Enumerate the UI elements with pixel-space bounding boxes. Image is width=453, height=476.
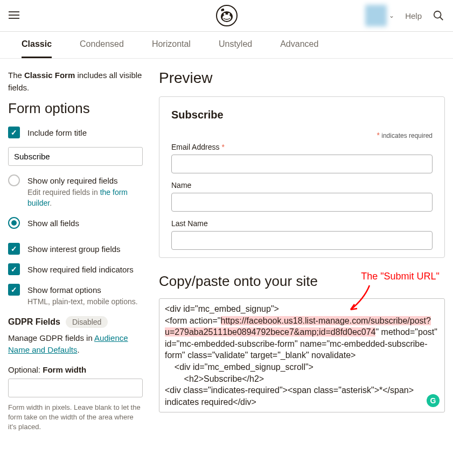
show-required-row: Show only required fields Edit required … xyxy=(8,174,143,208)
form-width-help: Form width in pixels. Leave blank to let… xyxy=(8,403,143,432)
mailchimp-logo[interactable] xyxy=(216,5,238,26)
lastname-label: Last Name xyxy=(171,219,433,228)
gdpr-badge: Disabled xyxy=(66,316,108,328)
show-interest-row: Show interest group fields xyxy=(8,243,143,255)
preview-box: Subscribe * indicates required Email Add… xyxy=(159,96,445,258)
tab-horizontal[interactable]: Horizontal xyxy=(152,32,191,58)
show-interest-label: Show interest group fields xyxy=(27,243,143,255)
tab-condensed[interactable]: Condensed xyxy=(80,32,124,58)
gdpr-title: GDPR Fields xyxy=(8,317,60,327)
topbar: ⌄ Help xyxy=(0,0,453,32)
email-label: Email Address * xyxy=(171,143,433,151)
tab-classic[interactable]: Classic xyxy=(22,32,52,58)
include-title-checkbox[interactable] xyxy=(8,127,20,138)
content: Preview Subscribe * indicates required E… xyxy=(159,69,445,432)
tab-advanced[interactable]: Advanced xyxy=(280,32,318,58)
show-interest-checkbox[interactable] xyxy=(8,243,20,255)
main-content: The Classic Form includes all visible fi… xyxy=(0,59,453,443)
show-format-checkbox[interactable] xyxy=(8,284,20,296)
optional-row: Optional: Form width xyxy=(8,365,143,374)
svg-point-3 xyxy=(224,13,226,15)
lastname-input[interactable] xyxy=(171,231,433,250)
form-width-input[interactable] xyxy=(8,379,143,397)
show-format-row: Show format options HTML, plain-text, mo… xyxy=(8,284,143,307)
required-note: * indicates required xyxy=(171,131,433,139)
svg-line-6 xyxy=(440,17,443,20)
form-options-heading: Form options xyxy=(8,100,143,117)
chevron-down-icon: ⌄ xyxy=(389,12,394,19)
gdpr-row: GDPR Fields Disabled xyxy=(8,316,143,328)
email-input[interactable] xyxy=(171,155,433,173)
annotation-label: The "Submit URL" xyxy=(361,271,440,282)
topbar-right: ⌄ Help xyxy=(365,5,444,26)
monkey-icon xyxy=(216,5,238,26)
name-input[interactable] xyxy=(171,193,433,212)
avatar xyxy=(365,5,387,26)
include-title-label: Include form title xyxy=(27,127,143,138)
intro-text: The Classic Form includes all visible fi… xyxy=(8,69,143,94)
copy-section: Copy/paste onto your site The "Submit UR… xyxy=(159,273,445,412)
tabs: Classic Condensed Horizontal Unstyled Ad… xyxy=(0,32,453,59)
form-title-input[interactable] xyxy=(8,147,143,166)
format-sub: HTML, plain-text, mobile options. xyxy=(27,297,143,307)
show-required-label: Show only required fields xyxy=(27,175,143,186)
gdpr-manage-text: Manage GDPR fields in Audience Name and … xyxy=(8,332,143,356)
edit-required-sub: Edit required fields in the form builder… xyxy=(27,187,143,208)
embed-code-textarea[interactable]: <div id="mc_embed_signup"> <form action=… xyxy=(159,298,445,412)
include-title-row: Include form title xyxy=(8,127,143,138)
arrow-icon xyxy=(343,283,375,315)
show-required-radio[interactable] xyxy=(8,174,20,186)
name-label: Name xyxy=(171,181,433,190)
search-icon[interactable] xyxy=(433,10,444,22)
svg-point-4 xyxy=(228,13,230,15)
svg-point-2 xyxy=(222,15,231,21)
show-all-row: Show all fields xyxy=(8,217,143,229)
show-format-label: Show format options xyxy=(27,284,143,296)
subscribe-heading: Subscribe xyxy=(171,109,433,121)
show-indicators-row: Show required field indicators xyxy=(8,263,143,275)
sidebar: The Classic Form includes all visible fi… xyxy=(8,69,143,432)
tab-unstyled[interactable]: Unstyled xyxy=(219,32,252,58)
menu-icon[interactable] xyxy=(9,9,22,22)
help-link[interactable]: Help xyxy=(405,11,422,20)
show-all-label: Show all fields xyxy=(27,217,143,229)
preview-heading: Preview xyxy=(159,69,445,87)
show-indicators-label: Show required field indicators xyxy=(27,263,143,275)
show-all-radio[interactable] xyxy=(8,217,20,229)
account-menu[interactable]: ⌄ xyxy=(365,5,394,26)
show-indicators-checkbox[interactable] xyxy=(8,263,20,275)
svg-point-5 xyxy=(434,11,441,18)
